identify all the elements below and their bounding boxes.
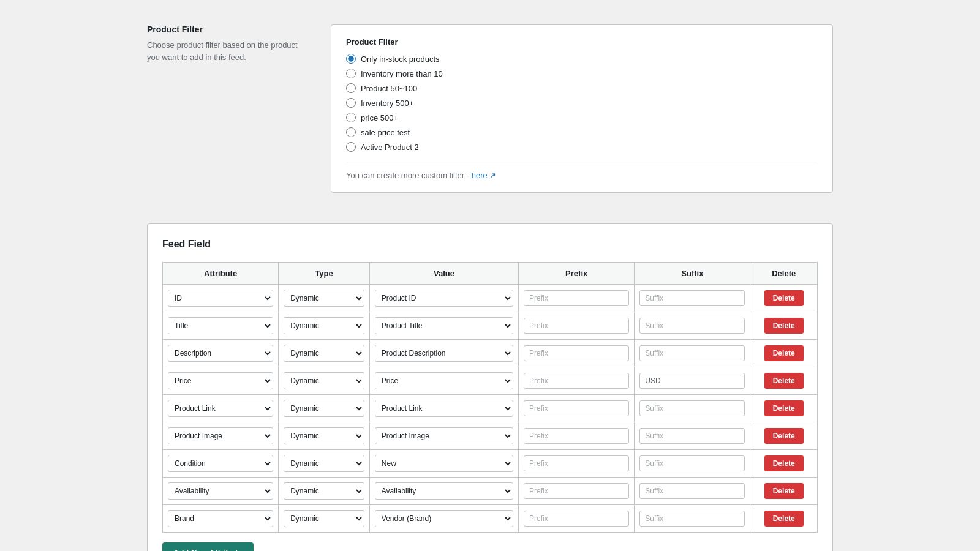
- radio-input-5[interactable]: [346, 127, 356, 137]
- type-select-8[interactable]: Dynamic: [284, 510, 364, 527]
- attribute-select-6[interactable]: Condition: [168, 455, 273, 472]
- th-prefix: Prefix: [519, 263, 635, 285]
- suffix-input-6[interactable]: [639, 455, 745, 471]
- attribute-select-2[interactable]: Description: [168, 345, 273, 362]
- value-select-5[interactable]: Product Image: [375, 427, 513, 444]
- radio-input-6[interactable]: [346, 142, 356, 152]
- prefix-input-7[interactable]: [524, 483, 629, 499]
- attribute-select-4[interactable]: Product Link: [168, 400, 273, 417]
- attribute-select-0[interactable]: ID: [168, 290, 273, 307]
- type-select-5[interactable]: Dynamic: [284, 427, 364, 444]
- product-filter-section: Product Filter Choose product filter bas…: [147, 12, 833, 205]
- suffix-input-5[interactable]: [639, 428, 745, 444]
- delete-button-6[interactable]: Delete: [764, 455, 804, 471]
- table-row: PriceDynamicPriceDelete: [163, 367, 818, 395]
- suffix-input-0[interactable]: [639, 290, 745, 306]
- table-row: DescriptionDynamicProduct DescriptionDel…: [163, 340, 818, 367]
- feed-field-section: Feed Field Attribute Type Value Prefix S…: [147, 223, 833, 551]
- th-attribute: Attribute: [163, 263, 279, 285]
- type-select-6[interactable]: Dynamic: [284, 455, 364, 472]
- value-select-3[interactable]: Price: [375, 372, 513, 389]
- delete-button-2[interactable]: Delete: [764, 345, 804, 361]
- radio-label-6: Active Product 2: [361, 143, 419, 152]
- value-select-4[interactable]: Product Link: [375, 400, 513, 417]
- table-row: TitleDynamicProduct TitleDelete: [163, 312, 818, 340]
- prefix-input-6[interactable]: [524, 455, 629, 471]
- prefix-input-3[interactable]: [524, 373, 629, 389]
- attribute-select-1[interactable]: Title: [168, 317, 273, 334]
- radio-input-2[interactable]: [346, 83, 356, 93]
- prefix-input-2[interactable]: [524, 345, 629, 361]
- radio-label-1: Inventory more than 10: [361, 69, 443, 78]
- radio-input-1[interactable]: [346, 69, 356, 78]
- radio-label-5: sale price test: [361, 128, 410, 137]
- value-select-2[interactable]: Product Description: [375, 345, 513, 362]
- radio-item-0[interactable]: Only in-stock products: [346, 54, 818, 64]
- page-container: Product Filter Choose product filter bas…: [123, 0, 858, 551]
- delete-button-8[interactable]: Delete: [764, 511, 804, 527]
- value-select-0[interactable]: Product ID: [375, 290, 513, 307]
- suffix-input-7[interactable]: [639, 483, 745, 499]
- radio-group: Only in-stock productsInventory more tha…: [346, 54, 818, 152]
- prefix-input-8[interactable]: [524, 511, 629, 527]
- type-select-0[interactable]: Dynamic: [284, 290, 364, 307]
- prefix-input-1[interactable]: [524, 318, 629, 334]
- attribute-select-7[interactable]: Availability: [168, 482, 273, 500]
- suffix-input-4[interactable]: [639, 400, 745, 416]
- radio-input-0[interactable]: [346, 54, 356, 64]
- radio-label-2: Product 50~100: [361, 84, 417, 93]
- radio-item-6[interactable]: Active Product 2: [346, 142, 818, 152]
- table-row: Product ImageDynamicProduct ImageDelete: [163, 422, 818, 450]
- delete-button-0[interactable]: Delete: [764, 290, 804, 306]
- delete-button-1[interactable]: Delete: [764, 318, 804, 334]
- prefix-input-4[interactable]: [524, 400, 629, 416]
- product-filter-left-title: Product Filter: [147, 24, 306, 34]
- suffix-input-3[interactable]: [639, 373, 745, 389]
- attribute-select-5[interactable]: Product Image: [168, 427, 273, 444]
- feed-field-title: Feed Field: [162, 239, 818, 250]
- th-suffix: Suffix: [635, 263, 750, 285]
- custom-filter-link[interactable]: here ↗: [472, 171, 497, 180]
- value-select-1[interactable]: Product Title: [375, 317, 513, 334]
- radio-item-2[interactable]: Product 50~100: [346, 83, 818, 93]
- delete-button-4[interactable]: Delete: [764, 400, 804, 416]
- type-select-7[interactable]: Dynamic: [284, 482, 364, 500]
- radio-item-3[interactable]: Inventory 500+: [346, 98, 818, 108]
- table-header-row: Attribute Type Value Prefix Suffix Delet…: [163, 263, 818, 285]
- feed-table-body: IDDynamicProduct IDDeleteTitleDynamicPro…: [163, 285, 818, 533]
- th-type: Type: [279, 263, 370, 285]
- th-value: Value: [369, 263, 518, 285]
- radio-label-3: Inventory 500+: [361, 99, 413, 108]
- radio-input-3[interactable]: [346, 98, 356, 108]
- radio-item-4[interactable]: price 500+: [346, 113, 818, 122]
- radio-input-4[interactable]: [346, 113, 356, 122]
- type-select-2[interactable]: Dynamic: [284, 345, 364, 362]
- prefix-input-0[interactable]: [524, 290, 629, 306]
- table-row: IDDynamicProduct IDDelete: [163, 285, 818, 312]
- table-row: Product LinkDynamicProduct LinkDelete: [163, 395, 818, 422]
- th-delete: Delete: [750, 263, 818, 285]
- product-filter-right-title: Product Filter: [346, 37, 818, 47]
- attribute-select-8[interactable]: Brand: [168, 510, 273, 527]
- prefix-input-5[interactable]: [524, 428, 629, 444]
- delete-button-5[interactable]: Delete: [764, 428, 804, 444]
- product-filter-left: Product Filter Choose product filter bas…: [147, 24, 306, 193]
- custom-filter-note: You can create more custom filter - here…: [346, 162, 818, 180]
- type-select-3[interactable]: Dynamic: [284, 372, 364, 389]
- suffix-input-8[interactable]: [639, 511, 745, 527]
- type-select-4[interactable]: Dynamic: [284, 400, 364, 417]
- delete-button-3[interactable]: Delete: [764, 373, 804, 389]
- type-select-1[interactable]: Dynamic: [284, 317, 364, 334]
- radio-item-5[interactable]: sale price test: [346, 127, 818, 137]
- feed-table: Attribute Type Value Prefix Suffix Delet…: [162, 262, 818, 533]
- delete-button-7[interactable]: Delete: [764, 483, 804, 499]
- value-select-6[interactable]: New: [375, 455, 513, 472]
- suffix-input-2[interactable]: [639, 345, 745, 361]
- value-select-7[interactable]: Availability: [375, 482, 513, 500]
- table-row: AvailabilityDynamicAvailabilityDelete: [163, 478, 818, 505]
- suffix-input-1[interactable]: [639, 318, 745, 334]
- attribute-select-3[interactable]: Price: [168, 372, 273, 389]
- value-select-8[interactable]: Vendor (Brand): [375, 510, 513, 527]
- radio-item-1[interactable]: Inventory more than 10: [346, 69, 818, 78]
- add-new-attribute-button[interactable]: Add New Attribute: [162, 542, 254, 551]
